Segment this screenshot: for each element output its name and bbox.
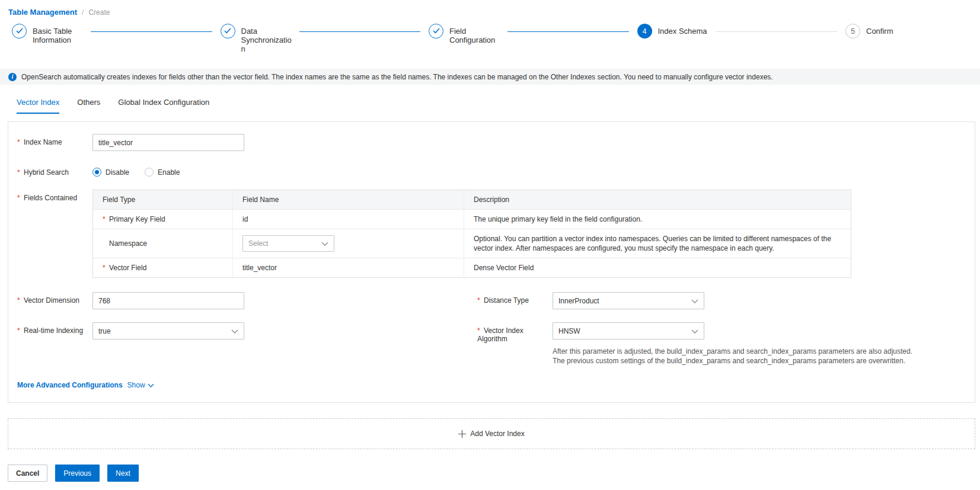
- hybrid-search-label: *Hybrid Search: [17, 164, 92, 177]
- breadcrumb-table-management[interactable]: Table Management: [8, 8, 77, 17]
- field-name-cell: title_vector: [232, 258, 464, 277]
- table-row-vector-field: *Vector Field title_vector Dense Vector …: [93, 258, 851, 277]
- breadcrumb-current-create: Create: [88, 8, 110, 17]
- info-icon: i: [8, 73, 17, 81]
- vector-index-panel: *Index Name *Hybrid Search Disable Enabl…: [8, 121, 975, 403]
- more-advanced-configurations-link[interactable]: More Advanced Configurations Show: [17, 381, 975, 389]
- field-name-cell: Select: [232, 229, 464, 258]
- realtime-indexing-label: *Real-time Indexing: [17, 322, 92, 343]
- fields-contained-row: *Fields Contained Field Type Field Name …: [17, 190, 975, 278]
- previous-button[interactable]: Previous: [55, 465, 100, 482]
- add-vector-index-button[interactable]: Add Vector Index: [8, 418, 975, 449]
- check-icon: [224, 27, 231, 36]
- column-header-field-type: Field Type: [93, 190, 232, 209]
- plus-icon: [458, 430, 466, 438]
- radio-enable[interactable]: Enable: [145, 168, 180, 177]
- radio-selected-icon: [92, 168, 101, 177]
- field-type-text: Primary Key Field: [109, 214, 165, 224]
- index-name-label: *Index Name: [17, 134, 92, 151]
- check-icon: [433, 27, 440, 36]
- step-2-circle: [221, 24, 235, 39]
- step-4-label: Index Schema: [658, 24, 713, 39]
- chevron-down-icon: [148, 381, 154, 389]
- step-1-label: Basic Table Information: [33, 24, 87, 44]
- vector-dimension-input[interactable]: [92, 292, 244, 309]
- check-icon: [16, 27, 23, 36]
- step-basic-table-information: Basic Table Information: [12, 24, 87, 44]
- table-row-primary-key-field: *Primary Key Field id The unique primary…: [93, 209, 851, 229]
- step-index-schema: 4 Index Schema: [637, 24, 713, 39]
- step-confirm: 5 Confirm: [845, 24, 921, 39]
- field-description-cell: The unique primary key field in the fiel…: [464, 210, 851, 229]
- next-button[interactable]: Next: [107, 465, 139, 482]
- step-4-number: 4: [643, 27, 647, 36]
- wizard-stepper: Basic Table Information Data Synchroniza…: [0, 17, 980, 53]
- chevron-down-icon: [231, 327, 238, 335]
- step-field-configuration: Field Configuration: [429, 24, 504, 44]
- step-connector: [91, 31, 212, 32]
- field-type-cell: *Primary Key Field: [93, 210, 232, 229]
- distance-type-value: InnerProduct: [558, 297, 599, 305]
- index-tabs: Vector Index Others Global Index Configu…: [0, 85, 980, 114]
- step-connector: [507, 31, 629, 32]
- fields-contained-label-text: Fields Contained: [24, 194, 77, 202]
- required-asterisk: *: [17, 138, 24, 146]
- vector-index-algorithm-label-text: Vector Index Algorithm: [477, 326, 523, 343]
- tab-global-index-configuration[interactable]: Global Index Configuration: [118, 98, 209, 114]
- vector-index-algorithm-select[interactable]: HNSW: [553, 322, 704, 340]
- step-3-label: Field Configuration: [449, 24, 504, 44]
- realtime-indexing-value: true: [98, 327, 111, 335]
- breadcrumb-separator: /: [82, 8, 84, 17]
- advanced-configurations-label: More Advanced Configurations: [17, 381, 123, 389]
- show-toggle[interactable]: Show: [127, 381, 154, 389]
- step-2-label: Data Synchronization: [241, 24, 296, 53]
- footer-actions: Cancel Previous Next: [8, 465, 980, 482]
- required-asterisk: *: [17, 168, 24, 177]
- radio-disable[interactable]: Disable: [92, 168, 129, 177]
- chevron-down-icon: [321, 239, 328, 248]
- vector-dimension-label-text: Vector Dimension: [24, 296, 79, 305]
- realtime-algorithm-row: *Real-time Indexing true *Vector Index A…: [17, 322, 975, 343]
- add-vector-index-label: Add Vector Index: [470, 430, 524, 438]
- realtime-indexing-select[interactable]: true: [92, 322, 244, 340]
- step-5-number: 5: [851, 27, 855, 36]
- fields-contained-label: *Fields Contained: [17, 190, 92, 278]
- cancel-button[interactable]: Cancel: [8, 465, 47, 482]
- namespace-select[interactable]: Select: [242, 235, 334, 252]
- realtime-indexing-label-text: Real-time Indexing: [24, 326, 83, 335]
- field-description-cell: Dense Vector Field: [464, 258, 851, 277]
- required-asterisk: *: [17, 296, 24, 305]
- required-asterisk: *: [103, 263, 109, 273]
- vector-index-algorithm-label: *Vector Index Algorithm: [477, 322, 553, 343]
- chevron-down-icon: [691, 297, 698, 305]
- field-type-cell: *Vector Field: [93, 258, 232, 277]
- info-banner-text: OpenSearch automatically creates indexes…: [21, 73, 773, 81]
- field-type-cell: Namespace: [93, 229, 232, 258]
- step-connector: [299, 31, 421, 32]
- distance-type-select[interactable]: InnerProduct: [553, 292, 704, 309]
- step-data-synchronization: Data Synchronization: [221, 24, 296, 53]
- fields-contained-table: Field Type Field Name Description *Prima…: [92, 190, 851, 278]
- index-name-input[interactable]: [92, 134, 244, 151]
- radio-enable-label: Enable: [158, 168, 180, 177]
- column-header-description: Description: [464, 190, 851, 209]
- hybrid-search-label-text: Hybrid Search: [24, 168, 69, 177]
- tab-vector-index[interactable]: Vector Index: [17, 98, 59, 114]
- vector-dimension-label: *Vector Dimension: [17, 292, 92, 309]
- step-1-circle: [12, 24, 27, 39]
- field-type-text: Vector Field: [109, 263, 146, 273]
- step-4-circle: 4: [637, 24, 652, 39]
- step-3-circle: [429, 24, 443, 39]
- distance-type-label-text: Distance Type: [484, 296, 529, 305]
- hybrid-search-row: *Hybrid Search Disable Enable: [17, 164, 975, 177]
- hybrid-search-radio-group: Disable Enable: [92, 164, 195, 177]
- step-5-circle: 5: [845, 24, 860, 39]
- tab-others[interactable]: Others: [77, 98, 100, 114]
- required-asterisk: *: [477, 296, 484, 305]
- required-asterisk: *: [17, 194, 24, 202]
- field-type-text: Namespace: [109, 239, 147, 248]
- required-asterisk: *: [477, 326, 484, 335]
- vector-index-algorithm-value: HNSW: [558, 327, 580, 335]
- column-header-field-name: Field Name: [232, 190, 464, 209]
- info-banner: i OpenSearch automatically creates index…: [0, 69, 980, 85]
